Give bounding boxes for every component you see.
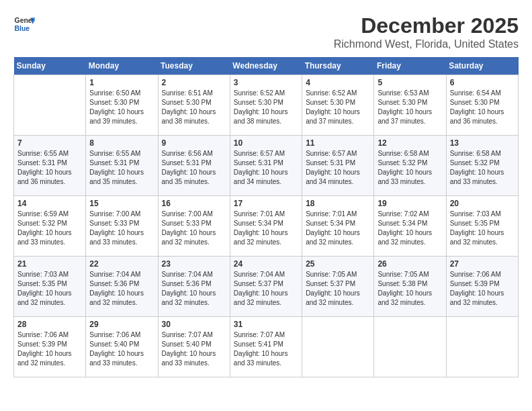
day-number: 21 bbox=[17, 259, 82, 269]
day-info: Sunrise: 6:53 AM Sunset: 5:30 PM Dayligh… bbox=[378, 89, 442, 126]
day-number: 17 bbox=[234, 199, 298, 208]
day-info: Sunrise: 7:01 AM Sunset: 5:34 PM Dayligh… bbox=[306, 210, 370, 247]
calendar-cell: 2Sunrise: 6:51 AM Sunset: 5:30 PM Daylig… bbox=[158, 75, 230, 136]
logo-icon: General Blue bbox=[13, 13, 35, 35]
day-number: 1 bbox=[89, 78, 154, 87]
day-number: 10 bbox=[234, 138, 298, 148]
day-info: Sunrise: 6:57 AM Sunset: 5:31 PM Dayligh… bbox=[306, 149, 370, 187]
day-number: 15 bbox=[89, 199, 154, 208]
day-info: Sunrise: 6:58 AM Sunset: 5:32 PM Dayligh… bbox=[378, 149, 442, 187]
calendar-cell: 25Sunrise: 7:05 AM Sunset: 5:37 PM Dayli… bbox=[302, 257, 374, 317]
svg-text:Blue: Blue bbox=[15, 25, 30, 32]
day-info: Sunrise: 7:07 AM Sunset: 5:40 PM Dayligh… bbox=[162, 330, 226, 368]
page-header: General Blue December 2025 Richmond West… bbox=[13, 13, 519, 50]
week-row-2: 14Sunrise: 6:59 AM Sunset: 5:32 PM Dayli… bbox=[14, 196, 519, 257]
day-number: 14 bbox=[17, 199, 82, 208]
calendar-table: SundayMondayTuesdayWednesdayThursdayFrid… bbox=[13, 57, 519, 377]
day-number: 22 bbox=[89, 259, 154, 269]
day-number: 19 bbox=[378, 199, 442, 208]
calendar-cell: 20Sunrise: 7:03 AM Sunset: 5:35 PM Dayli… bbox=[446, 196, 518, 257]
day-info: Sunrise: 7:07 AM Sunset: 5:41 PM Dayligh… bbox=[234, 330, 298, 368]
header-tuesday: Tuesday bbox=[158, 57, 230, 75]
day-info: Sunrise: 7:03 AM Sunset: 5:35 PM Dayligh… bbox=[17, 270, 82, 308]
calendar-cell: 5Sunrise: 6:53 AM Sunset: 5:30 PM Daylig… bbox=[374, 75, 446, 136]
calendar-cell: 12Sunrise: 6:58 AM Sunset: 5:32 PM Dayli… bbox=[374, 136, 446, 196]
calendar-cell: 16Sunrise: 7:00 AM Sunset: 5:33 PM Dayli… bbox=[158, 196, 230, 257]
day-info: Sunrise: 7:01 AM Sunset: 5:34 PM Dayligh… bbox=[234, 210, 298, 247]
day-info: Sunrise: 6:57 AM Sunset: 5:31 PM Dayligh… bbox=[234, 149, 298, 187]
day-info: Sunrise: 6:55 AM Sunset: 5:31 PM Dayligh… bbox=[89, 149, 154, 187]
calendar-cell: 26Sunrise: 7:05 AM Sunset: 5:38 PM Dayli… bbox=[374, 257, 446, 317]
day-number: 8 bbox=[89, 138, 154, 148]
day-info: Sunrise: 6:55 AM Sunset: 5:31 PM Dayligh… bbox=[17, 149, 82, 187]
day-number: 11 bbox=[306, 138, 370, 148]
calendar-cell: 4Sunrise: 6:52 AM Sunset: 5:30 PM Daylig… bbox=[302, 75, 374, 136]
day-info: Sunrise: 6:50 AM Sunset: 5:30 PM Dayligh… bbox=[89, 89, 154, 126]
header-thursday: Thursday bbox=[302, 57, 374, 75]
calendar-cell: 13Sunrise: 6:58 AM Sunset: 5:32 PM Dayli… bbox=[446, 136, 518, 196]
day-number: 2 bbox=[162, 78, 226, 87]
calendar-cell bbox=[302, 317, 374, 377]
day-number: 27 bbox=[450, 259, 515, 269]
calendar-cell: 17Sunrise: 7:01 AM Sunset: 5:34 PM Dayli… bbox=[230, 196, 302, 257]
header-friday: Friday bbox=[374, 57, 446, 75]
calendar-cell: 22Sunrise: 7:04 AM Sunset: 5:36 PM Dayli… bbox=[86, 257, 158, 317]
calendar-cell: 23Sunrise: 7:04 AM Sunset: 5:36 PM Dayli… bbox=[158, 257, 230, 317]
calendar-cell: 7Sunrise: 6:55 AM Sunset: 5:31 PM Daylig… bbox=[14, 136, 86, 196]
day-number: 12 bbox=[378, 138, 442, 148]
calendar-cell: 31Sunrise: 7:07 AM Sunset: 5:41 PM Dayli… bbox=[230, 317, 302, 377]
calendar-cell: 27Sunrise: 7:06 AM Sunset: 5:39 PM Dayli… bbox=[446, 257, 518, 317]
calendar-cell: 10Sunrise: 6:57 AM Sunset: 5:31 PM Dayli… bbox=[230, 136, 302, 196]
title-section: December 2025 Richmond West, Florida, Un… bbox=[334, 13, 519, 50]
day-info: Sunrise: 7:00 AM Sunset: 5:33 PM Dayligh… bbox=[89, 210, 154, 247]
day-number: 18 bbox=[306, 199, 370, 208]
calendar-cell: 28Sunrise: 7:06 AM Sunset: 5:39 PM Dayli… bbox=[14, 317, 86, 377]
calendar-cell bbox=[374, 317, 446, 377]
day-info: Sunrise: 7:00 AM Sunset: 5:33 PM Dayligh… bbox=[162, 210, 226, 247]
day-number: 30 bbox=[162, 320, 226, 329]
calendar-cell: 14Sunrise: 6:59 AM Sunset: 5:32 PM Dayli… bbox=[14, 196, 86, 257]
subtitle: Richmond West, Florida, United States bbox=[334, 38, 519, 50]
day-number: 5 bbox=[378, 78, 442, 87]
day-info: Sunrise: 6:56 AM Sunset: 5:31 PM Dayligh… bbox=[162, 149, 226, 187]
calendar-cell bbox=[446, 317, 518, 377]
calendar-cell: 15Sunrise: 7:00 AM Sunset: 5:33 PM Dayli… bbox=[86, 196, 158, 257]
day-info: Sunrise: 7:06 AM Sunset: 5:39 PM Dayligh… bbox=[450, 270, 515, 308]
day-number: 4 bbox=[306, 78, 370, 87]
header-sunday: Sunday bbox=[14, 57, 86, 75]
day-info: Sunrise: 6:58 AM Sunset: 5:32 PM Dayligh… bbox=[450, 149, 515, 187]
day-number: 3 bbox=[234, 78, 298, 87]
calendar-cell bbox=[14, 75, 86, 136]
day-number: 13 bbox=[450, 138, 515, 148]
week-row-1: 7Sunrise: 6:55 AM Sunset: 5:31 PM Daylig… bbox=[14, 136, 519, 196]
week-row-0: 1Sunrise: 6:50 AM Sunset: 5:30 PM Daylig… bbox=[14, 75, 519, 136]
day-number: 24 bbox=[234, 259, 298, 269]
week-row-4: 28Sunrise: 7:06 AM Sunset: 5:39 PM Dayli… bbox=[14, 317, 519, 377]
day-number: 7 bbox=[17, 138, 82, 148]
header-saturday: Saturday bbox=[446, 57, 518, 75]
calendar-cell: 9Sunrise: 6:56 AM Sunset: 5:31 PM Daylig… bbox=[158, 136, 230, 196]
day-info: Sunrise: 6:51 AM Sunset: 5:30 PM Dayligh… bbox=[162, 89, 226, 126]
day-info: Sunrise: 6:52 AM Sunset: 5:30 PM Dayligh… bbox=[306, 89, 370, 126]
header-monday: Monday bbox=[86, 57, 158, 75]
header-wednesday: Wednesday bbox=[230, 57, 302, 75]
header-row: SundayMondayTuesdayWednesdayThursdayFrid… bbox=[14, 57, 519, 75]
day-number: 9 bbox=[162, 138, 226, 148]
calendar-cell: 1Sunrise: 6:50 AM Sunset: 5:30 PM Daylig… bbox=[86, 75, 158, 136]
calendar-cell: 29Sunrise: 7:06 AM Sunset: 5:40 PM Dayli… bbox=[86, 317, 158, 377]
day-number: 6 bbox=[450, 78, 515, 87]
day-number: 25 bbox=[306, 259, 370, 269]
day-number: 23 bbox=[162, 259, 226, 269]
day-info: Sunrise: 7:03 AM Sunset: 5:35 PM Dayligh… bbox=[450, 210, 515, 247]
calendar-cell: 8Sunrise: 6:55 AM Sunset: 5:31 PM Daylig… bbox=[86, 136, 158, 196]
day-number: 26 bbox=[378, 259, 442, 269]
calendar-cell: 21Sunrise: 7:03 AM Sunset: 5:35 PM Dayli… bbox=[14, 257, 86, 317]
day-info: Sunrise: 7:05 AM Sunset: 5:37 PM Dayligh… bbox=[306, 270, 370, 308]
week-row-3: 21Sunrise: 7:03 AM Sunset: 5:35 PM Dayli… bbox=[14, 257, 519, 317]
day-info: Sunrise: 7:04 AM Sunset: 5:36 PM Dayligh… bbox=[162, 270, 226, 308]
day-info: Sunrise: 7:05 AM Sunset: 5:38 PM Dayligh… bbox=[378, 270, 442, 308]
day-info: Sunrise: 7:02 AM Sunset: 5:34 PM Dayligh… bbox=[378, 210, 442, 247]
day-info: Sunrise: 7:06 AM Sunset: 5:39 PM Dayligh… bbox=[17, 330, 82, 368]
day-info: Sunrise: 7:04 AM Sunset: 5:36 PM Dayligh… bbox=[89, 270, 154, 308]
calendar-cell: 11Sunrise: 6:57 AM Sunset: 5:31 PM Dayli… bbox=[302, 136, 374, 196]
